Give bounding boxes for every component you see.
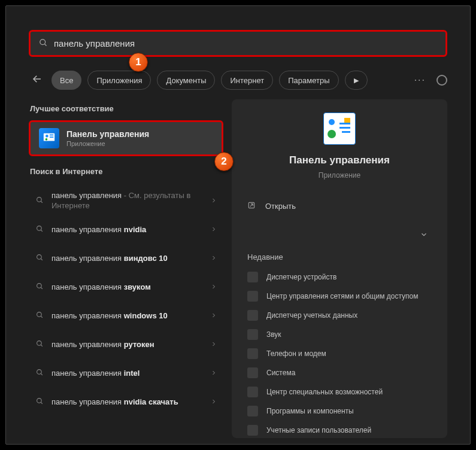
chevron-right-icon: [210, 369, 217, 378]
recent-item-icon: [247, 387, 258, 397]
filter-row: Все Приложения Документы Интернет Параме…: [29, 68, 447, 92]
annotation-1: 1: [129, 53, 148, 72]
svg-point-16: [37, 312, 41, 317]
svg-line-13: [41, 259, 43, 260]
recent-item-icon: [247, 348, 258, 359]
svg-point-7: [46, 138, 48, 141]
recent-item-4[interactable]: Телефон и модем: [247, 344, 432, 363]
chevron-right-icon: [210, 311, 217, 321]
recent-item-icon: [247, 329, 258, 340]
web-result-text: панель управления nvidia скачать: [51, 397, 203, 408]
svg-rect-6: [50, 136, 53, 138]
best-match-title: Панель управления: [66, 129, 149, 139]
recent-label: Недавние: [247, 253, 432, 262]
filter-settings[interactable]: Параметры: [279, 71, 338, 90]
preview-panel: Панель управления Приложение Открыть Нед…: [232, 99, 447, 438]
recent-item-label: Диспетчер устройств: [266, 273, 336, 281]
preview-subtitle: Приложение: [319, 171, 360, 180]
recent-item-3[interactable]: Звук: [247, 325, 432, 344]
web-result-7[interactable]: панель управления nvidia скачать: [29, 388, 223, 416]
svg-line-21: [41, 373, 43, 375]
recent-item-icon: [247, 291, 258, 302]
recent-item-label: Звук: [266, 330, 281, 339]
svg-line-11: [41, 230, 43, 232]
preview-hero: Панель управления Приложение: [247, 113, 432, 180]
recent-item-5[interactable]: Система: [247, 363, 432, 382]
recent-item-7[interactable]: Программы и компоненты: [247, 402, 432, 421]
web-result-text: панель управления виндовс 10: [51, 254, 203, 264]
recent-item-1[interactable]: Центр управления сетями и общим доступом: [247, 287, 432, 306]
search-icon: [35, 225, 44, 235]
more-options-icon[interactable]: ···: [414, 75, 426, 86]
recent-item-icon: [247, 310, 258, 321]
search-icon: [35, 340, 44, 349]
recent-list: Диспетчер устройствЦентр управления сетя…: [247, 267, 432, 440]
web-result-text: панель управления звуком: [51, 282, 203, 293]
recent-item-label: Телефон и модем: [266, 349, 326, 358]
search-bar[interactable]: [29, 30, 447, 57]
web-results-list: панель управления - См. результаты в Инт…: [29, 187, 223, 416]
search-icon: [35, 254, 44, 263]
svg-point-18: [37, 341, 41, 346]
recent-item-2[interactable]: Диспетчер учетных данных: [247, 306, 432, 325]
best-match-subtitle: Приложение: [66, 140, 149, 147]
svg-point-10: [37, 226, 41, 231]
filter-web[interactable]: Интернет: [221, 71, 273, 90]
control-panel-large-icon: [323, 113, 356, 145]
recent-item-0[interactable]: Диспетчер устройств: [247, 267, 432, 287]
web-result-1[interactable]: панель управления nvidia: [29, 215, 223, 244]
web-result-3[interactable]: панель управления звуком: [29, 273, 223, 302]
filter-apps[interactable]: Приложения: [87, 71, 151, 90]
recent-item-label: Центр управления сетями и общим доступом: [266, 292, 419, 300]
search-icon: [39, 38, 48, 49]
search-icon: [35, 196, 44, 206]
best-match-label: Лучшее соответствие: [30, 104, 223, 113]
svg-line-23: [41, 402, 43, 404]
web-result-0[interactable]: панель управления - См. результаты в Инт…: [29, 187, 223, 215]
search-icon: [35, 282, 44, 292]
preview-title: Панель управления: [289, 154, 390, 166]
control-panel-icon: [39, 128, 59, 148]
svg-point-4: [46, 135, 48, 138]
svg-line-15: [41, 287, 43, 289]
svg-point-8: [37, 197, 41, 202]
annotation-2: 2: [214, 152, 234, 171]
recent-item-6[interactable]: Центр специальных возможностей: [247, 382, 432, 402]
svg-rect-5: [50, 135, 53, 136]
svg-line-1: [44, 44, 46, 45]
open-label: Открыть: [265, 202, 296, 211]
web-result-4[interactable]: панель управления windows 10: [29, 302, 223, 330]
filter-more[interactable]: ▶: [345, 71, 368, 90]
search-panel: 1 2 Все Приложения Документы Интернет Па…: [5, 5, 471, 445]
filter-all[interactable]: Все: [51, 71, 81, 90]
recent-item-icon: [247, 406, 258, 416]
recent-item-label: Программы и компоненты: [266, 407, 354, 415]
web-result-5[interactable]: панель управления рутокен: [29, 330, 223, 359]
recent-item-icon: [247, 425, 258, 436]
recent-item-label: Система: [266, 369, 295, 377]
svg-point-0: [40, 39, 46, 44]
recent-item-icon: [247, 367, 258, 378]
filter-docs[interactable]: Документы: [157, 71, 215, 90]
recent-item-8[interactable]: Учетные записи пользователей: [247, 421, 432, 440]
account-icon[interactable]: [436, 75, 447, 86]
expand-button[interactable]: [416, 228, 432, 243]
search-icon: [35, 369, 44, 378]
chevron-right-icon: [210, 397, 217, 407]
chevron-right-icon: [210, 282, 217, 292]
svg-point-12: [37, 255, 41, 260]
best-match-control-panel[interactable]: Панель управления Приложение: [29, 120, 223, 156]
web-result-text: панель управления windows 10: [51, 311, 203, 321]
recent-item-label: Учетные записи пользователей: [266, 426, 371, 434]
chevron-right-icon: [210, 196, 217, 206]
svg-line-25: [250, 204, 253, 207]
web-result-6[interactable]: панель управления intel: [29, 359, 223, 388]
web-result-text: панель управления - См. результаты в Инт…: [51, 191, 203, 211]
search-input[interactable]: [54, 38, 437, 48]
web-result-2[interactable]: панель управления виндовс 10: [29, 244, 223, 273]
open-icon: [247, 201, 257, 211]
recent-item-icon: [247, 272, 258, 282]
results-column: Лучшее соответствие Панель управления Пр…: [29, 99, 223, 438]
back-button[interactable]: [29, 74, 46, 87]
open-action[interactable]: Открыть: [247, 191, 432, 220]
